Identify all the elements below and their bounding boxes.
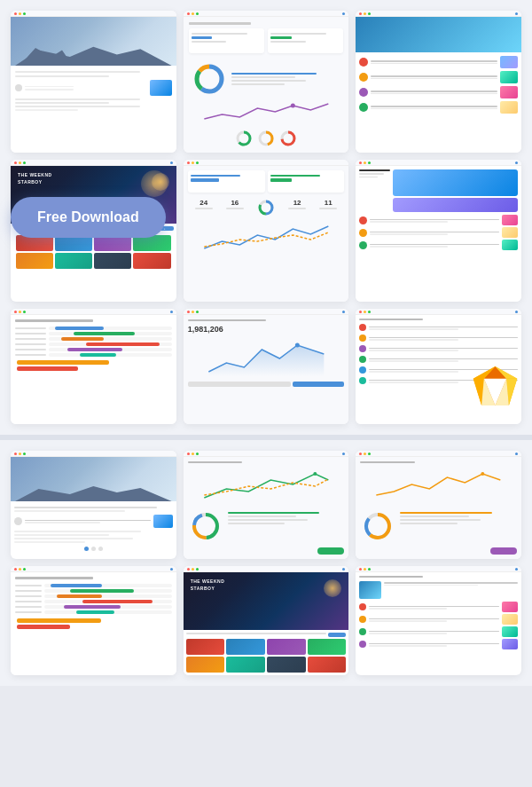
svg-point-14	[294, 343, 299, 348]
free-download-button[interactable]: Free Download	[11, 197, 166, 238]
sparkline	[192, 101, 340, 123]
donut-sm-3	[278, 129, 298, 148]
card-dashboard-bottom	[184, 451, 349, 559]
orange-chart	[360, 467, 517, 502]
donut-b2	[360, 508, 395, 544]
donut-chart-1	[191, 60, 228, 98]
donut-center	[257, 199, 275, 216]
card-blog-bottom	[11, 451, 176, 559]
donut-b1	[188, 508, 223, 544]
stat-num-4: 11	[319, 199, 337, 207]
sketch-logo	[471, 364, 520, 408]
card-gantt-top	[11, 309, 176, 424]
main-container: THE WEEKNDSTARBOY +	[0, 0, 532, 686]
card-profile-bottom	[356, 566, 521, 675]
stat-num-1: 24	[195, 199, 213, 207]
svg-point-29	[481, 472, 485, 476]
donut-sm-2	[256, 129, 276, 148]
stat-num-2: 16	[226, 199, 244, 207]
card-social-top	[356, 11, 521, 153]
card-music-bottom: THE WEEKNDSTARBOY	[184, 566, 349, 675]
card-middle-overlay: 24 16	[184, 160, 349, 302]
bottom-section: THE WEEKNDSTARBOY	[0, 440, 532, 686]
card-dashboard-top	[184, 11, 349, 153]
card-analytics-mid: 1,981,206	[184, 309, 349, 424]
free-download-overlay: Free Download	[11, 197, 166, 238]
donut-sm-1	[234, 129, 254, 148]
svg-point-4	[290, 104, 294, 108]
stat-num-3: 12	[288, 199, 306, 207]
card-right-2	[356, 160, 521, 302]
card-charts-bottom	[356, 451, 521, 559]
card-blog-top	[11, 11, 176, 153]
dash-line-1	[188, 467, 345, 502]
top-section: THE WEEKNDSTARBOY +	[0, 0, 532, 435]
svg-point-24	[313, 472, 317, 476]
main-line-chart	[188, 336, 345, 376]
card-gantt-bottom	[11, 566, 176, 675]
line-chart-mid	[188, 222, 345, 253]
